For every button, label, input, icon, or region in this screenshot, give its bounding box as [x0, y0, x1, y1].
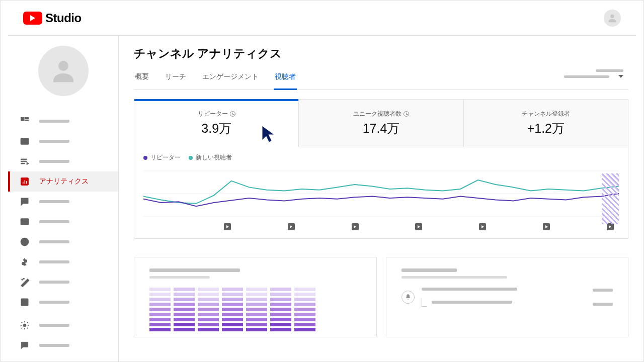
svg-rect-8: [23, 182, 24, 184]
audience-card: リピーター 3.9万 ユニーク視聴者数 17.4万 チャンネル登録者 +1.2万…: [134, 99, 628, 239]
upload-marker-icon: [288, 223, 295, 230]
svg-rect-10: [26, 180, 27, 184]
clock-icon: [230, 111, 235, 117]
chart-area: リピーター 新しい視聴者: [134, 147, 628, 238]
heatmap-cell: [246, 308, 267, 311]
sidebar-item-dashboard[interactable]: [8, 111, 118, 131]
sidebar-item-audio[interactable]: [8, 292, 118, 312]
audio-icon: [19, 297, 30, 308]
heatmap-cell: [198, 313, 219, 316]
playlists-icon: [19, 156, 30, 167]
heatmap-cell: [149, 293, 171, 296]
placeholder-line: [39, 160, 69, 163]
dashboard-icon: [19, 116, 30, 127]
svg-point-1: [58, 61, 68, 71]
heatmap-cell: [270, 308, 291, 311]
placeholder-line: [149, 268, 240, 272]
metric-tab-unique[interactable]: ユニーク視聴者数 17.4万: [298, 100, 463, 147]
heatmap-cell: [246, 323, 267, 326]
heatmap-cell: [149, 318, 171, 321]
heatmap-cell: [198, 303, 219, 306]
placeholder-line: [39, 140, 69, 143]
account-avatar-button[interactable]: [604, 10, 621, 27]
heatmap-cell: [270, 293, 291, 296]
content-icon: [19, 136, 30, 147]
upload-marker-icon: [543, 223, 550, 230]
incomplete-data-shade: [602, 173, 619, 224]
logo[interactable]: Studio: [23, 11, 82, 25]
tab-overview[interactable]: 概要: [134, 72, 150, 89]
content: チャンネル アナリティクス 概要 リーチ エンゲージメント 視聴者 リピーター …: [119, 36, 643, 362]
tab-audience[interactable]: 視聴者: [274, 72, 297, 90]
metric-title: リピーター: [198, 110, 228, 118]
heatmap-cell: [294, 328, 315, 331]
analytics-icon: [19, 176, 30, 187]
heatmap-cell: [198, 308, 219, 311]
secondary-cards: [134, 248, 628, 337]
tab-reach[interactable]: リーチ: [164, 72, 187, 89]
placeholder-line: [149, 276, 210, 279]
heatmap-cell: [294, 298, 315, 301]
heatmap-cell: [198, 288, 219, 291]
metric-tab-repeater[interactable]: リピーター 3.9万: [134, 100, 298, 147]
heatmap-cell: [149, 303, 171, 306]
heatmap-cell: [222, 288, 243, 291]
heatmap-cell: [294, 308, 315, 311]
metric-tab-subscribers[interactable]: チャンネル登録者 +1.2万: [463, 100, 628, 147]
sidebar-item-feedback[interactable]: [8, 335, 109, 355]
legend: リピーター 新しい視聴者: [143, 153, 619, 162]
heatmap-cell: [246, 328, 267, 331]
heatmap-cell: [149, 313, 171, 316]
sidebar-item-content[interactable]: [8, 131, 118, 151]
sidebar-item-subtitles[interactable]: [8, 212, 118, 232]
svg-point-0: [610, 14, 614, 18]
heatmap-cell: [246, 298, 267, 301]
placeholder-line: [39, 260, 69, 263]
heatmap-cell: [198, 323, 219, 326]
heatmap-cell: [149, 328, 171, 331]
sidebar-item-monetization[interactable]: [8, 252, 118, 272]
heatmap-cell: [174, 328, 195, 331]
copyright-icon: [19, 236, 30, 247]
heatmap-cell: [270, 313, 291, 316]
sidebar-item-copyright[interactable]: [8, 232, 118, 252]
heatmap-cell: [270, 323, 291, 326]
date-range-picker[interactable]: [564, 69, 623, 78]
chevron-down-icon: [618, 75, 623, 78]
sidebar-item-analytics[interactable]: アナリティクス: [8, 171, 118, 192]
notifications-card[interactable]: [386, 257, 629, 337]
line-chart: [143, 166, 619, 221]
metric-value: 3.9万: [134, 120, 298, 137]
clock-icon: [404, 111, 409, 117]
svg-rect-5: [21, 122, 29, 125]
tab-engagement[interactable]: エンゲージメント: [201, 72, 260, 89]
placeholder-line: [422, 288, 517, 291]
subtitles-icon: [19, 216, 30, 227]
sidebar-item-playlists[interactable]: [8, 151, 118, 171]
tabs: 概要 リーチ エンゲージメント 視聴者: [134, 72, 628, 90]
heatmap-cell: [294, 303, 315, 306]
youtube-play-icon: [23, 12, 42, 25]
header: Studio: [8, 1, 636, 36]
tree-connector-icon: [422, 298, 427, 307]
heatmap-cell: [149, 323, 171, 326]
channel-avatar[interactable]: [38, 46, 89, 96]
sidebar-item-customize[interactable]: [8, 272, 118, 292]
placeholder-line: [564, 75, 609, 78]
bell-icon: [401, 291, 415, 304]
person-icon: [48, 56, 78, 86]
sidebar-item-settings[interactable]: [8, 315, 109, 335]
sidebar-item-comments[interactable]: [8, 192, 118, 212]
heatmap-cell: [246, 318, 267, 321]
heatmap-cell: [270, 318, 291, 321]
placeholder-line: [39, 200, 69, 203]
upload-marker-icon: [352, 223, 359, 230]
placeholder-line: [39, 324, 69, 327]
heatmap-cell: [222, 293, 243, 296]
comments-icon: [19, 196, 30, 207]
heatmap-cell: [246, 288, 267, 291]
heatmap-cell: [246, 303, 267, 306]
heatmap-cell: [222, 318, 243, 321]
activity-heatmap-card[interactable]: [134, 257, 377, 337]
placeholder-line: [593, 303, 613, 306]
